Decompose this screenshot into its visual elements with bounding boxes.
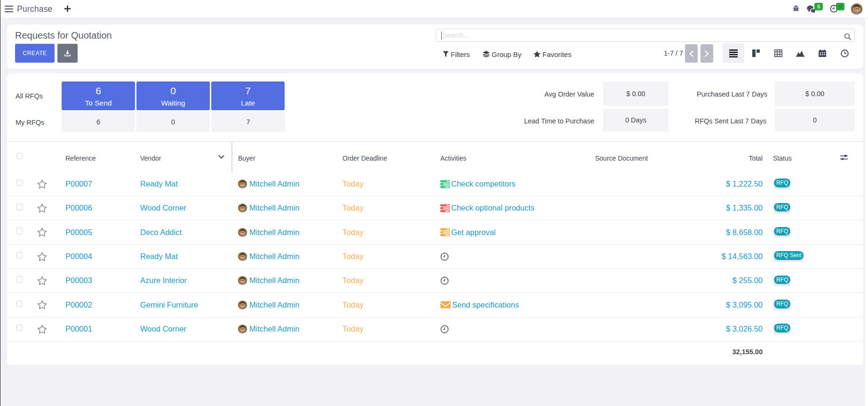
- rfq-row-P00001[interactable]: P00001Wood Corner Mitchell AdminToday $ …: [7, 317, 863, 341]
- my-late-cell[interactable]: 7: [211, 112, 285, 132]
- vendor-cell[interactable]: Ready Mat: [140, 172, 178, 196]
- activity-cell[interactable]: Send specifications: [440, 293, 519, 317]
- buyer-cell[interactable]: Mitchell Admin: [238, 220, 299, 244]
- activity-cell[interactable]: [440, 244, 450, 268]
- vendor-cell[interactable]: Ready Mat: [140, 244, 178, 268]
- kanban-view-button[interactable]: [745, 43, 767, 63]
- vendor-cell[interactable]: Wood Corner: [140, 317, 186, 341]
- total-cell[interactable]: $ 255.00: [572, 268, 763, 292]
- reference-cell[interactable]: P00006: [65, 196, 92, 220]
- vendor-cell[interactable]: Azure Interior: [140, 268, 187, 292]
- rfq-row-P00003[interactable]: P00003Azure Interior Mitchell AdminToday…: [7, 268, 863, 293]
- activity-cell[interactable]: Check optional products: [440, 196, 534, 220]
- bug-icon[interactable]: [793, 5, 799, 12]
- activity-cell[interactable]: Check competitors: [440, 172, 516, 196]
- activity-cell[interactable]: [440, 317, 450, 341]
- select-all-checkbox[interactable]: [16, 148, 23, 167]
- status-cell[interactable]: RFQ: [774, 293, 790, 317]
- buyer-cell[interactable]: Mitchell Admin: [238, 172, 299, 196]
- column-header-order-deadline[interactable]: Order Deadline: [342, 154, 387, 162]
- checkbox[interactable]: [16, 276, 23, 283]
- favorite-star[interactable]: [37, 172, 47, 196]
- column-header-vendor[interactable]: Vendor: [140, 154, 161, 162]
- status-cell[interactable]: RFQ Sent: [774, 244, 804, 268]
- column-header-buyer[interactable]: Buyer: [238, 154, 255, 162]
- reference-cell[interactable]: P00003: [65, 268, 92, 292]
- reference-cell[interactable]: P00002: [65, 293, 92, 317]
- messages-badge[interactable]: 5: [814, 3, 823, 10]
- row-checkbox[interactable]: [16, 317, 23, 341]
- buyer-cell[interactable]: Mitchell Admin: [238, 196, 299, 220]
- rfq-row-P00006[interactable]: P00006Wood Corner Mitchell AdminToday Ch…: [7, 196, 863, 220]
- favorite-star[interactable]: [37, 220, 47, 244]
- order-deadline-cell[interactable]: Today: [342, 172, 364, 196]
- buyer-cell[interactable]: Mitchell Admin: [238, 317, 299, 341]
- rfq-row-P00002[interactable]: P00002Gemini Furniture Mitchell AdminTod…: [7, 293, 863, 317]
- order-deadline-cell[interactable]: Today: [342, 220, 364, 244]
- checkbox[interactable]: [16, 228, 23, 235]
- favorite-star[interactable]: [37, 317, 47, 341]
- total-cell[interactable]: $ 8,658.00: [572, 220, 763, 244]
- status-cell[interactable]: RFQ: [774, 317, 790, 341]
- column-header-status[interactable]: Status: [773, 154, 792, 162]
- activity-view-button[interactable]: [834, 43, 855, 63]
- rfq-row-P00004[interactable]: P00004Ready Mat Mitchell AdminToday $ 14…: [7, 244, 863, 269]
- row-checkbox[interactable]: [16, 244, 23, 268]
- checkbox[interactable]: [16, 325, 23, 331]
- activity-cell[interactable]: Get approval: [440, 220, 495, 244]
- total-cell[interactable]: $ 14,563.00: [572, 244, 763, 268]
- favorites-button[interactable]: Favorites: [534, 47, 572, 61]
- reference-cell[interactable]: P00004: [65, 244, 92, 268]
- checkbox[interactable]: [16, 179, 23, 186]
- total-cell[interactable]: $ 1,222.50: [572, 172, 763, 196]
- kpi-to-send-button[interactable]: 6 To Send: [62, 81, 135, 110]
- calendar-view-button[interactable]: [812, 43, 833, 63]
- order-deadline-cell[interactable]: Today: [342, 293, 364, 317]
- checkbox[interactable]: [16, 153, 23, 159]
- column-header-activities[interactable]: Activities: [440, 154, 466, 162]
- status-cell[interactable]: RFQ: [774, 172, 790, 196]
- row-checkbox[interactable]: [16, 196, 23, 220]
- activity-cell[interactable]: [440, 268, 450, 292]
- reference-cell[interactable]: P00001: [65, 317, 92, 341]
- activities-badge[interactable]: 9: [836, 3, 844, 10]
- kpi-waiting-button[interactable]: 0 Waiting: [136, 81, 210, 110]
- buyer-cell[interactable]: Mitchell Admin: [238, 268, 299, 292]
- checkbox[interactable]: [16, 300, 23, 307]
- filters-button[interactable]: Filters: [443, 47, 470, 61]
- column-header-reference[interactable]: Reference: [65, 154, 96, 162]
- column-header-total[interactable]: Total: [572, 154, 763, 162]
- total-cell[interactable]: $ 3,026.50: [572, 317, 763, 341]
- buyer-cell[interactable]: Mitchell Admin: [238, 293, 299, 317]
- vendor-cell[interactable]: Wood Corner: [140, 196, 186, 220]
- optional-columns-icon[interactable]: [840, 154, 848, 161]
- total-cell[interactable]: $ 3,095.00: [572, 293, 763, 317]
- row-checkbox[interactable]: [16, 220, 23, 244]
- buyer-cell[interactable]: Mitchell Admin: [238, 244, 299, 268]
- order-deadline-cell[interactable]: Today: [342, 268, 364, 292]
- favorite-star[interactable]: [37, 293, 47, 317]
- pager-previous-button[interactable]: [685, 44, 698, 63]
- total-cell[interactable]: $ 1,335.00: [572, 196, 763, 220]
- my-to-send-cell[interactable]: 6: [62, 112, 135, 132]
- status-cell[interactable]: RFQ: [774, 220, 790, 244]
- row-checkbox[interactable]: [16, 172, 23, 196]
- row-checkbox[interactable]: [16, 268, 23, 292]
- rfq-row-P00005[interactable]: P00005Deco Addict Mitchell AdminToday Ge…: [7, 220, 863, 245]
- status-cell[interactable]: RFQ: [774, 196, 790, 220]
- reference-cell[interactable]: P00005: [65, 220, 92, 244]
- graph-view-button[interactable]: [789, 43, 811, 63]
- rfq-row-P00007[interactable]: P00007Ready Mat Mitchell AdminToday Chec…: [7, 172, 863, 196]
- order-deadline-cell[interactable]: Today: [342, 244, 364, 268]
- vendor-cell[interactable]: Gemini Furniture: [140, 293, 198, 317]
- kpi-late-button[interactable]: 7 Late: [211, 81, 285, 110]
- user-avatar[interactable]: [851, 3, 862, 15]
- reference-cell[interactable]: P00007: [65, 172, 92, 196]
- group-by-button[interactable]: Group By: [483, 47, 521, 61]
- search-input[interactable]: [443, 30, 810, 41]
- favorite-star[interactable]: [37, 196, 47, 220]
- checkbox[interactable]: [16, 204, 23, 211]
- list-view-button[interactable]: [723, 43, 744, 63]
- order-deadline-cell[interactable]: Today: [342, 196, 364, 220]
- row-checkbox[interactable]: [16, 293, 23, 317]
